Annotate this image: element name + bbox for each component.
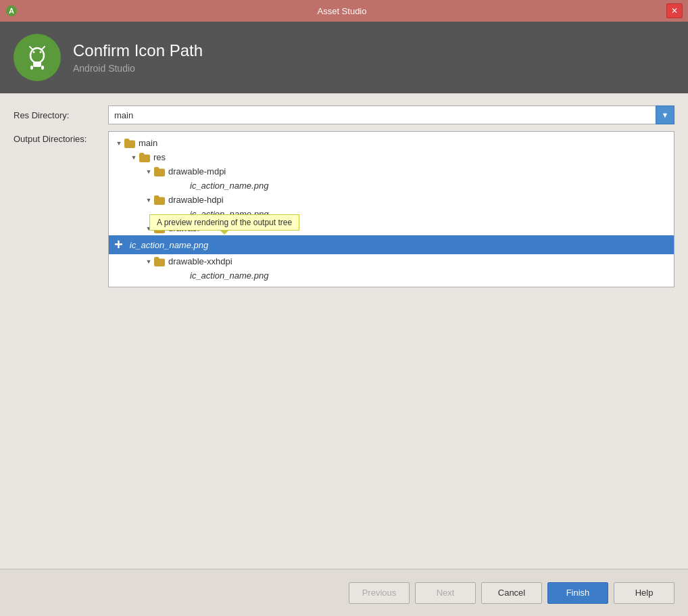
close-button[interactable]: ✕ [666, 3, 683, 18]
node-label-res: res [153, 152, 166, 162]
expand-arrow-mdpi: ▼ [144, 167, 153, 176]
expand-arrow-xxhdpi: ▼ [144, 257, 153, 266]
file-label-xxhdpi: ic_action_name.png [190, 270, 268, 281]
app-icon: A [5, 5, 18, 17]
app-logo [14, 34, 61, 81]
node-label-hdpi: drawable-hdpi [168, 195, 224, 205]
folder-icon-res [139, 153, 151, 162]
folder-icon-xxhdpi [153, 257, 166, 266]
tree-node-main[interactable]: ▼ main [109, 136, 674, 150]
window-title: Asset Studio [18, 6, 666, 16]
svg-point-5 [40, 51, 42, 53]
node-label-mdpi: drawable-mdpi [168, 166, 226, 176]
header-text: Confirm Icon Path Android Studio [73, 41, 203, 74]
expand-arrow-main: ▼ [114, 139, 124, 148]
android-studio-icon [22, 42, 53, 73]
file-tree: ▼ main ▼ res [109, 132, 674, 287]
svg-rect-9 [30, 66, 33, 70]
selected-file-label: ic_action_name.png [130, 240, 208, 250]
chevron-down-icon: ▼ [662, 111, 669, 119]
node-label-xxhdpi: drawable-xxhdpi [168, 256, 232, 266]
previous-button[interactable]: Previous [349, 582, 410, 604]
res-directory-label: Res Directory: [14, 110, 108, 120]
plus-icon: + [114, 237, 123, 252]
svg-point-4 [33, 51, 35, 53]
res-directory-input[interactable] [108, 105, 656, 124]
expand-arrow-res: ▼ [129, 153, 139, 162]
tree-node-selected-file[interactable]: + ic_action_name.png [109, 235, 674, 254]
output-tree-container[interactable]: ▼ main ▼ res [108, 131, 674, 287]
folder-icon-main [124, 139, 136, 148]
svg-text:A: A [9, 7, 14, 15]
folder-icon-mdpi [153, 167, 166, 176]
tree-node-file-mdpi[interactable]: ic_action_name.png [109, 179, 674, 193]
cancel-button[interactable]: Cancel [481, 582, 542, 604]
tree-node-file-xxhdpi[interactable]: ic_action_name.png [109, 268, 674, 283]
main-window: A Asset Studio ✕ Confirm Icon Path Andro… [0, 0, 688, 616]
file-label-mdpi: ic_action_name.png [190, 181, 268, 191]
folder-icon-hdpi [153, 195, 166, 205]
res-directory-row: Res Directory: ▼ [14, 105, 674, 124]
tree-node-drawable-xhdpi[interactable]: ▼ drawabl A preview rendering of the out… [109, 221, 674, 235]
finish-button[interactable]: Finish [547, 582, 608, 604]
help-button[interactable]: Help [614, 582, 674, 604]
page-subtitle: Android Studio [73, 63, 203, 74]
next-button[interactable]: Next [415, 582, 476, 604]
svg-rect-8 [33, 62, 41, 67]
svg-rect-10 [41, 66, 44, 70]
expand-arrow-hdpi: ▼ [144, 195, 153, 205]
res-directory-control: ▼ [108, 105, 674, 124]
tree-node-drawable-xxhdpi[interactable]: ▼ drawable-xxhdpi [109, 254, 674, 268]
tree-node-res[interactable]: ▼ res [109, 150, 674, 164]
tooltip-preview: A preview rendering of the output tree [149, 214, 299, 231]
tree-node-drawable-mdpi[interactable]: ▼ drawable-mdpi [109, 164, 674, 179]
node-label-main: main [139, 138, 157, 148]
bottom-bar: Previous Next Cancel Finish Help [0, 569, 688, 616]
content-area: Res Directory: ▼ Output Directories: ▼ [0, 93, 688, 569]
output-directories-label: Output Directories: [14, 131, 108, 144]
output-directories-row: Output Directories: ▼ main ▼ [14, 131, 674, 556]
res-directory-dropdown-btn[interactable]: ▼ [656, 105, 674, 124]
page-title: Confirm Icon Path [73, 41, 203, 61]
tree-node-drawable-hdpi[interactable]: ▼ drawable-hdpi [109, 193, 674, 207]
header: Confirm Icon Path Android Studio [0, 22, 688, 93]
title-bar: A Asset Studio ✕ [0, 0, 688, 22]
